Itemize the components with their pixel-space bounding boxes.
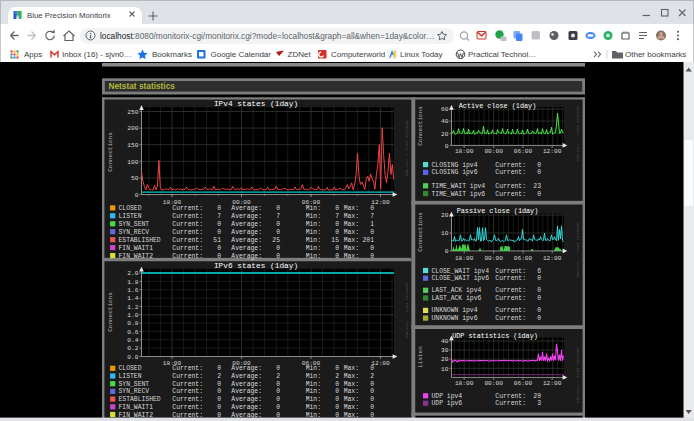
svg-text:0: 0 <box>445 248 449 255</box>
svg-text:Min:: Min: <box>306 365 321 372</box>
svg-text:Average:: Average: <box>231 229 262 236</box>
svg-text:LAST_ACK ipv4: LAST_ACK ipv4 <box>432 287 482 294</box>
svg-text:0: 0 <box>217 412 221 419</box>
svg-text:0: 0 <box>370 404 374 411</box>
svg-text:0: 0 <box>217 229 221 236</box>
svg-text:RRDTOOL / TOBI OETIKER: RRDTOOL / TOBI OETIKER <box>405 120 409 176</box>
svg-text:0: 0 <box>217 253 221 260</box>
svg-text:CLOSE_WAIT ipv6: CLOSE_WAIT ipv6 <box>432 275 490 282</box>
svg-text:Current:: Current: <box>495 268 526 275</box>
svg-text:0: 0 <box>335 381 339 388</box>
svg-text:0: 0 <box>537 275 541 282</box>
svg-text:Current:: Current: <box>172 373 203 380</box>
svg-text:0: 0 <box>370 388 374 395</box>
svg-text:0: 0 <box>335 229 339 236</box>
svg-text:0: 0 <box>217 221 221 228</box>
svg-text:Min:: Min: <box>306 381 321 388</box>
svg-text:Active close (1day): Active close (1day) <box>459 102 537 110</box>
svg-text:Average:: Average: <box>231 221 262 228</box>
svg-text:20: 20 <box>441 212 449 219</box>
svg-text:0: 0 <box>537 307 541 314</box>
svg-text:6: 6 <box>537 268 541 275</box>
svg-text:LAST_ACK ipv6: LAST_ACK ipv6 <box>432 295 482 302</box>
svg-text:Listen: Listen <box>417 346 424 368</box>
svg-text:2: 2 <box>370 373 374 380</box>
svg-text:0: 0 <box>335 365 339 372</box>
svg-text:0: 0 <box>537 162 541 169</box>
svg-text:12:00: 12:00 <box>371 199 390 206</box>
svg-text:Max:: Max: <box>344 388 359 395</box>
svg-text:Min:: Min: <box>306 213 321 220</box>
svg-text:Current:: Current: <box>172 396 203 403</box>
svg-text:Current:: Current: <box>172 245 203 252</box>
svg-text:0: 0 <box>445 143 449 150</box>
svg-text:15: 15 <box>331 237 339 244</box>
svg-text:Min:: Min: <box>306 396 321 403</box>
svg-text:0: 0 <box>276 205 280 212</box>
svg-text:18:00: 18:00 <box>455 148 474 155</box>
svg-text:Max:: Max: <box>344 381 359 388</box>
svg-text:Current:: Current: <box>172 205 203 212</box>
svg-text:ESTABLISHED: ESTABLISHED <box>119 237 161 244</box>
svg-text:0.2: 0.2 <box>127 345 138 352</box>
svg-text:CLOSING ipv4: CLOSING ipv4 <box>432 162 478 169</box>
svg-text:Max:: Max: <box>344 221 359 228</box>
svg-text:Current:: Current: <box>495 287 526 294</box>
svg-text:0: 0 <box>276 245 280 252</box>
svg-text:CLOSED: CLOSED <box>119 205 142 212</box>
svg-text:20: 20 <box>533 393 541 400</box>
svg-text:UDP ipv6: UDP ipv6 <box>432 400 463 407</box>
svg-text:SYN_RECV: SYN_RECV <box>119 229 150 236</box>
svg-text:Average:: Average: <box>231 404 262 411</box>
svg-text:Current:: Current: <box>495 191 526 198</box>
svg-text:18:00: 18:00 <box>455 255 474 262</box>
svg-text:0.4: 0.4 <box>127 337 138 344</box>
svg-text:0: 0 <box>276 388 280 395</box>
svg-text:SYN_RECV: SYN_RECV <box>119 388 150 395</box>
svg-text:Current:: Current: <box>172 365 203 372</box>
svg-text:Average:: Average: <box>231 245 262 252</box>
svg-text:250: 250 <box>127 109 138 116</box>
svg-text:Average:: Average: <box>231 412 262 419</box>
svg-text:Current:: Current: <box>495 162 526 169</box>
svg-text:Min:: Min: <box>306 388 321 395</box>
svg-text:7: 7 <box>335 213 339 220</box>
svg-text:RRDTOOL / TOBI OETIKER: RRDTOOL / TOBI OETIKER <box>576 105 580 161</box>
svg-text:1.6: 1.6 <box>127 287 138 294</box>
svg-text:0: 0 <box>335 388 339 395</box>
svg-text:Current:: Current: <box>172 221 203 228</box>
svg-text:Max:: Max: <box>344 253 359 260</box>
svg-text:Current:: Current: <box>495 183 526 190</box>
svg-text:Average:: Average: <box>231 388 262 395</box>
svg-text:0: 0 <box>537 295 541 302</box>
svg-text:1.2: 1.2 <box>127 304 138 311</box>
svg-text:FIN_WAIT2: FIN_WAIT2 <box>119 412 154 419</box>
svg-text:RRDTOOL / TOBI OETIKER: RRDTOOL / TOBI OETIKER <box>576 347 580 403</box>
svg-text:Average:: Average: <box>231 373 262 380</box>
svg-text:100: 100 <box>127 159 138 166</box>
svg-text:0: 0 <box>335 205 339 212</box>
svg-text:0: 0 <box>370 381 374 388</box>
svg-text:0: 0 <box>335 221 339 228</box>
svg-text:Max:: Max: <box>344 404 359 411</box>
svg-text:Min:: Min: <box>306 205 321 212</box>
svg-text:Current:: Current: <box>495 295 526 302</box>
svg-text:Connections: Connections <box>107 132 114 172</box>
svg-text:CLOSE_WAIT ipv4: CLOSE_WAIT ipv4 <box>432 268 490 275</box>
svg-text:FIN_WAIT1: FIN_WAIT1 <box>119 404 154 411</box>
svg-text:TIME_WAIT ipv6: TIME_WAIT ipv6 <box>432 191 486 198</box>
svg-text:0: 0 <box>276 396 280 403</box>
svg-text:0: 0 <box>370 205 374 212</box>
svg-text:CLOSED: CLOSED <box>119 365 142 372</box>
svg-text:0: 0 <box>537 287 541 294</box>
svg-text:40: 40 <box>441 118 449 125</box>
svg-text:0: 0 <box>335 396 339 403</box>
svg-text:Connections: Connections <box>417 212 424 252</box>
svg-text:0: 0 <box>276 381 280 388</box>
svg-text:Current:: Current: <box>495 393 526 400</box>
svg-text:Connections: Connections <box>417 106 424 146</box>
svg-text:Max:: Max: <box>344 373 359 380</box>
svg-text:Average:: Average: <box>231 365 262 372</box>
svg-text:0.0: 0.0 <box>127 354 138 361</box>
svg-text:0: 0 <box>537 169 541 176</box>
